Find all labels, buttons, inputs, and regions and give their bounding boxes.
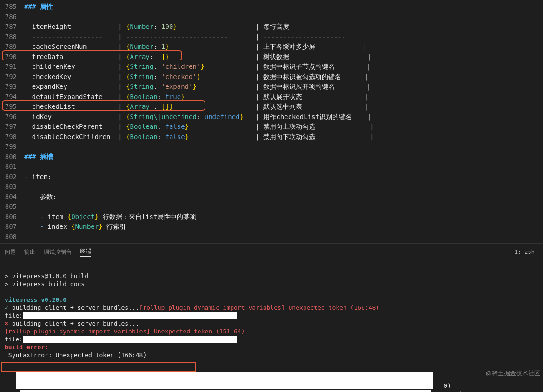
line-number: 800 (0, 152, 24, 162)
line-number: 801 (0, 162, 24, 172)
line-number: 790 (0, 52, 24, 62)
line-number: 805 (0, 202, 24, 212)
line-number: 807 (0, 222, 24, 232)
line-number: 804 (0, 192, 24, 202)
terminal-output[interactable]: > vitepress@1.0.0 build > vitepress buil… (0, 259, 543, 392)
line-number: 803 (0, 182, 24, 192)
line-number: 797 (0, 122, 24, 132)
panel-tabs: 问题 输出 调试控制台 终端 1: zsh (0, 244, 543, 259)
redacted-block (20, 390, 431, 392)
watermark: @稀土掘金技术社区 (486, 369, 540, 377)
line-number: 806 (0, 212, 24, 222)
syntax-error: SyntaxError: Unexpected token (166:48) (5, 352, 146, 359)
tab-terminal[interactable]: 终端 (80, 247, 91, 257)
redacted-block (23, 312, 237, 319)
tab-problems[interactable]: 问题 (5, 248, 16, 256)
heading-slots: ### 插槽 (24, 153, 53, 160)
line-number: 795 (0, 102, 24, 112)
line-number: 791 (0, 62, 24, 72)
line-number: 787 (0, 22, 24, 32)
line-number: 788 (0, 32, 24, 42)
line-number: 808 (0, 232, 24, 242)
line-number: 794 (0, 92, 24, 102)
line-number: 793 (0, 82, 24, 92)
vitepress-version: vitepress v0.20.0 (5, 296, 66, 303)
bottom-panel: 问题 输出 调试控制台 终端 1: zsh > vitepress@1.0.0 … (0, 243, 543, 392)
highlight-syntax-error (1, 362, 196, 372)
build-error-label: build error: (5, 344, 48, 351)
heading-attributes: ### 属性 (24, 3, 53, 10)
line-number: 802 (0, 172, 24, 182)
editor-pane[interactable]: 785### 属性 786 787| itemHeight | {Number:… (0, 0, 543, 243)
line-number: 785 (0, 2, 24, 12)
line-number: 789 (0, 42, 24, 52)
terminal-selector[interactable]: 1: zsh (515, 249, 538, 255)
redacted-block (16, 372, 433, 389)
tab-output[interactable]: 输出 (24, 248, 35, 256)
line-number: 799 (0, 142, 24, 152)
line-number: 786 (0, 12, 24, 22)
line-number: 798 (0, 132, 24, 142)
line-number: 792 (0, 72, 24, 82)
tab-debug-console[interactable]: 调试控制台 (44, 248, 72, 256)
redacted-block (23, 336, 237, 343)
line-number: 796 (0, 112, 24, 122)
